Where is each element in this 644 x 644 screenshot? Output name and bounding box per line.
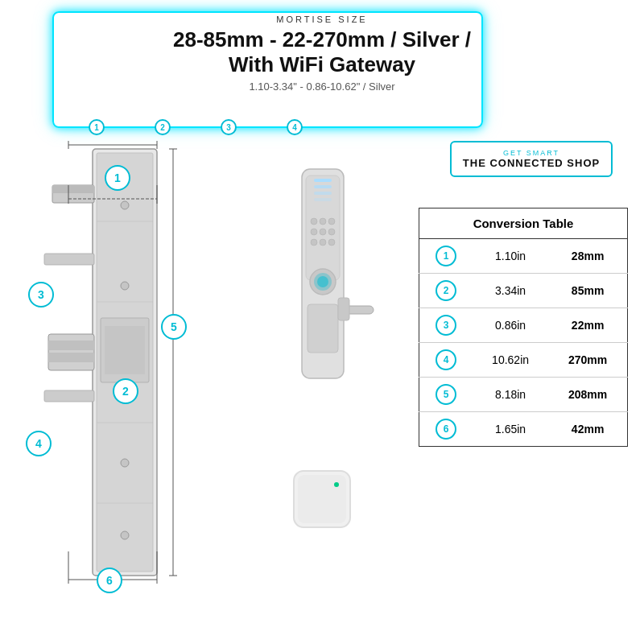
table-row: 6 1.65in 42mm [419,412,628,447]
table-cell-inches: 0.86in [473,308,548,343]
svg-rect-4 [48,334,94,370]
svg-point-45 [311,239,317,246]
table-row: 4 10.62in 270mm [419,343,628,378]
table-circle: 6 [436,419,456,440]
svg-point-14 [121,531,129,539]
svg-rect-8 [44,390,94,402]
svg-rect-36 [314,185,332,188]
svg-point-50 [317,276,328,287]
circle-6: 6 [97,568,122,593]
table-circle: 1 [436,246,456,266]
conversion-table: Conversion Table 1 1.10in 28mm 2 3.34in … [419,208,628,447]
table-circle: 4 [436,349,456,370]
table-cell-mm: 28mm [548,239,627,274]
handle-area [266,161,378,467]
svg-rect-55 [298,475,346,523]
indicator-1: 1 [89,119,105,135]
svg-point-43 [320,229,326,235]
right-panel: GET SMART THE CONNECTED SHOP Conversion … [419,141,628,447]
svg-rect-37 [314,192,332,195]
brand-name: THE CONNECTED SHOP [463,157,600,169]
svg-rect-7 [44,254,94,265]
svg-point-44 [328,229,335,235]
indicator-3: 3 [221,119,237,135]
table-row: 3 0.86in 22mm [419,308,628,343]
table-circle: 3 [436,315,456,336]
indicators-row: 1 2 3 4 [89,119,303,135]
circle-4: 4 [26,431,52,456]
table-cell-inches: 8.18in [473,378,548,412]
svg-point-11 [121,201,129,209]
table-cell-mm: 22mm [548,308,627,343]
table-cell-num: 3 [419,308,473,343]
table-cell-num: 2 [419,274,473,308]
table-cell-inches: 10.62in [473,343,548,378]
sub-title: 1.10-3.34" - 0.86-10.62" / Silver [24,80,620,93]
svg-rect-53 [338,298,349,320]
table-cell-num: 5 [419,378,473,412]
table-circle: 5 [436,384,456,405]
table-cell-inches: 3.34in [473,274,548,308]
table-cell-mm: 42mm [548,412,627,447]
table-row: 2 3.34in 85mm [419,274,628,308]
svg-rect-3 [52,185,94,193]
svg-rect-51 [308,304,338,353]
svg-point-47 [328,239,335,246]
table-row: 1 1.10in 28mm [419,239,628,274]
circle-5: 5 [161,314,187,340]
svg-point-41 [328,218,335,225]
svg-rect-5 [48,341,94,350]
circle-1: 1 [105,165,130,191]
svg-rect-35 [314,179,332,182]
circle-2: 2 [113,378,138,404]
indicator-4: 4 [287,119,303,135]
table-cell-mm: 270mm [548,343,627,378]
brand-get-smart: GET SMART [463,149,600,157]
circle-3: 3 [28,282,54,308]
table-cell-mm: 208mm [548,378,627,412]
table-cell-num: 1 [419,239,473,274]
svg-point-42 [311,229,317,235]
main-title: 28-85mm - 22-270mm / Silver /With WiFi G… [24,27,620,77]
table-cell-inches: 1.10in [473,239,548,274]
svg-point-13 [121,459,129,467]
indicator-2: 2 [155,119,171,135]
table-header: Conversion Table [419,208,628,239]
svg-rect-34 [306,175,340,280]
table-cell-num: 6 [419,412,473,447]
svg-point-56 [334,482,339,487]
table-row: 5 8.18in 208mm [419,378,628,412]
table-circle: 2 [436,280,456,301]
svg-rect-6 [48,353,94,362]
svg-rect-32 [105,326,145,374]
mortise-label: MORTISE SIZE [24,14,620,24]
table-cell-inches: 1.65in [473,412,548,447]
svg-point-46 [320,239,326,246]
table-cell-num: 4 [419,343,473,378]
gateway-device [290,467,354,531]
svg-point-40 [320,218,326,225]
table-cell-mm: 85mm [548,274,627,308]
svg-rect-38 [314,198,332,201]
svg-point-39 [311,218,317,225]
svg-point-12 [121,282,129,290]
header: MORTISE SIZE 28-85mm - 22-270mm / Silver… [24,14,620,93]
brand-box: GET SMART THE CONNECTED SHOP [450,141,613,177]
lock-diagram: 1 2 3 4 5 6 [24,141,242,600]
